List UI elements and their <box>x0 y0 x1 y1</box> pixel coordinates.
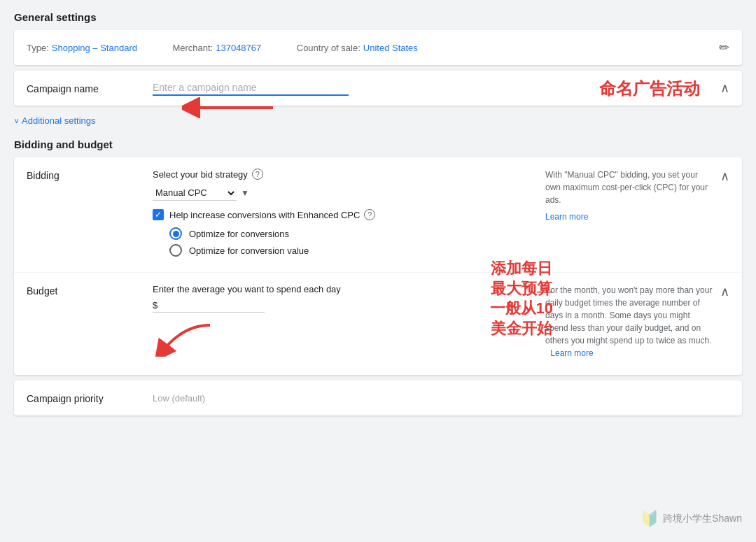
campaign-name-label: Campaign name <box>27 80 153 94</box>
budget-label: Budget <box>27 284 153 297</box>
bid-strategy-label: Select your bid strategy ? <box>153 169 531 180</box>
country-value: United States <box>363 43 418 53</box>
campaign-priority-row: Campaign priority Low (default) <box>14 380 742 415</box>
budget-info-right: For the month, you won't pay more than y… <box>531 284 713 364</box>
general-info: Type: Shopping – Standard Merchant: 1370… <box>27 43 719 53</box>
separator1 <box>150 43 160 53</box>
campaign-name-arrow <box>182 97 273 120</box>
budget-learn-more-link[interactable]: Learn more <box>550 348 593 358</box>
bid-strategy-select-row: Manual CPC ▼ <box>153 185 531 201</box>
dropdown-arrow-icon: ▼ <box>241 188 249 198</box>
bid-strategy-help-icon[interactable]: ? <box>252 169 263 180</box>
merchant-label: Merchant: <box>172 43 213 53</box>
optimize-conversions-radio[interactable] <box>169 227 182 240</box>
bidding-card: Bidding Select your bid strategy ? Manua… <box>14 157 742 375</box>
campaign-name-section: Campaign name ∧ 命名广告活动 <box>14 71 742 106</box>
radio-inner-filled <box>173 231 179 237</box>
enhanced-cpc-help-icon[interactable]: ? <box>364 209 375 220</box>
enhanced-cpc-label: Help increase conversions with Enhanced … <box>169 209 375 220</box>
type-value: Shopping – Standard <box>52 43 137 53</box>
bidding-collapse-icon[interactable]: ∧ <box>720 169 729 184</box>
dollar-sign: $ <box>153 300 158 311</box>
additional-settings-label: Additional settings <box>22 115 96 126</box>
type-label: Type: <box>27 43 49 53</box>
campaign-name-card: Campaign name ∧ <box>14 71 742 106</box>
budget-input[interactable] <box>160 300 244 311</box>
budget-info-span: For the month, you won't pay more than y… <box>545 285 712 345</box>
optimize-radio-group: Optimize for conversions Optimize for co… <box>153 227 531 257</box>
campaign-priority-value: Low (default) <box>153 393 205 404</box>
campaign-name-row: Campaign name ∧ <box>27 80 729 96</box>
optimize-conversion-value-row[interactable]: Optimize for conversion value <box>169 244 531 257</box>
bidding-learn-more-link[interactable]: Learn more <box>545 212 588 222</box>
checkbox-check-icon: ✓ <box>155 210 162 220</box>
edit-icon[interactable]: ✏ <box>719 40 729 55</box>
separator2 <box>274 43 284 53</box>
page-container: General settings Type: Shopping – Standa… <box>0 0 756 432</box>
merchant-value: 137048767 <box>216 43 261 53</box>
budget-center: Enter the average you want to spend each… <box>153 284 531 313</box>
budget-row: Budget Enter the average you want to spe… <box>14 273 742 375</box>
bidding-info-text: With "Manual CPC" bidding, you set your … <box>545 169 713 206</box>
campaign-name-field-content <box>153 80 720 96</box>
bidding-center: Select your bid strategy ? Manual CPC ▼ … <box>153 169 531 261</box>
campaign-name-input[interactable] <box>153 80 349 96</box>
optimize-conversions-row[interactable]: Optimize for conversions <box>169 227 531 240</box>
country-label: Country of sale: <box>297 43 360 53</box>
budget-collapse-icon[interactable]: ∧ <box>720 284 729 299</box>
optimize-conversion-value-radio[interactable] <box>169 244 182 257</box>
campaign-priority-card: Campaign priority Low (default) <box>14 380 742 415</box>
bidding-label: Bidding <box>27 169 153 181</box>
general-settings-title: General settings <box>14 11 742 23</box>
budget-arrow <box>133 322 217 359</box>
bidding-budget-title: Bidding and budget <box>14 138 742 150</box>
optimize-conversions-label: Optimize for conversions <box>189 229 289 239</box>
bid-strategy-text: Select your bid strategy <box>153 169 248 180</box>
general-settings-row: Type: Shopping – Standard Merchant: 1370… <box>14 30 742 65</box>
budget-description: Enter the average you want to spend each… <box>153 284 531 294</box>
bidding-info-right: With "Manual CPC" bidding, you set your … <box>531 169 713 222</box>
bidding-row: Bidding Select your bid strategy ? Manua… <box>14 157 742 273</box>
enhanced-cpc-row: ✓ Help increase conversions with Enhance… <box>153 209 531 220</box>
chevron-down-icon: ∨ <box>14 117 19 124</box>
budget-input-wrapper: $ <box>153 299 265 313</box>
enhanced-cpc-text: Help increase conversions with Enhanced … <box>169 210 360 220</box>
budget-info-text: For the month, you won't pay more than y… <box>545 284 713 359</box>
general-settings-card: Type: Shopping – Standard Merchant: 1370… <box>14 30 742 65</box>
bid-strategy-dropdown[interactable]: Manual CPC <box>153 185 237 201</box>
collapse-icon[interactable]: ∧ <box>720 80 729 96</box>
enhanced-cpc-checkbox[interactable]: ✓ <box>153 209 164 220</box>
optimize-conversion-value-label: Optimize for conversion value <box>189 245 309 256</box>
campaign-priority-label: Campaign priority <box>27 392 153 404</box>
additional-settings-toggle[interactable]: ∨ Additional settings <box>14 111 742 130</box>
